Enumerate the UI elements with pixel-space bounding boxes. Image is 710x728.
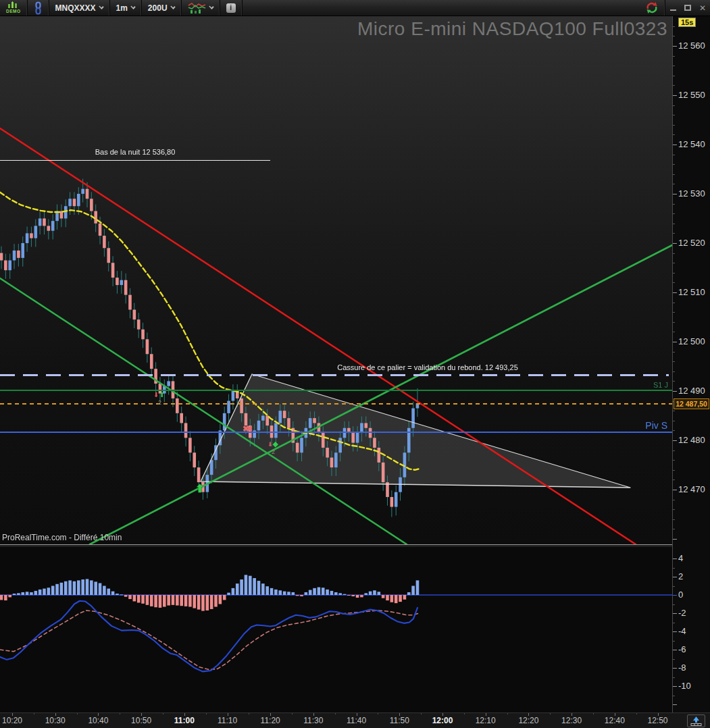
timeframe-select[interactable]: 1m [110,0,142,16]
indicator-tick-label: 4 [678,553,683,563]
price-tick [673,490,677,490]
chart-style-select[interactable] [182,0,220,16]
s1-level-line[interactable] [0,390,672,391]
close-button[interactable]: ✕ [695,0,710,16]
time-tick-label: 11:50 [390,716,409,725]
time-tick-minor [593,713,594,714]
time-tick-label: 11:40 [347,716,366,725]
demo-badge[interactable]: DEMO [0,0,28,16]
time-tick [572,713,572,716]
price-tick [673,509,675,510]
time-tick [615,713,615,716]
price-tick [673,174,675,175]
price-tick [673,253,675,254]
instrument-select[interactable]: MNQXXXX [49,0,110,16]
time-tick-label: 11:20 [261,716,280,725]
time-tick-label: 12:20 [518,716,538,725]
price-tick [673,292,677,293]
timeframe-label: 1m [116,3,128,13]
indicator-tick [673,586,675,587]
indicator-tick [673,677,675,678]
night-low-line[interactable] [0,160,270,161]
time-tick-minor [206,713,207,714]
time-tick-label: 12:00 [432,716,453,725]
indicator-tick [673,613,677,614]
panel-separator-gap[interactable] [0,545,672,547]
price-tick [673,421,675,421]
price-tick [673,46,677,47]
price-tick [673,85,675,86]
maximize-icon [684,5,691,11]
minimize-button[interactable] [665,0,680,16]
night-low-label: Bas de la nuit 12 536,80 [0,148,270,156]
time-tick-minor [507,713,508,714]
breakout-dashed-line[interactable] [0,374,669,376]
price-tick [673,322,675,323]
demo-chart-icon [7,1,20,9]
price-tick [673,371,675,372]
price-tick [673,145,677,145]
price-tick [673,391,677,392]
minimize-icon [670,9,676,11]
double-x-marker[interactable]: ✖✖ [243,425,249,433]
diamond-marker[interactable]: ⬇◆ [268,438,278,448]
time-tick [528,713,529,716]
price-tick [673,519,675,520]
time-tick-label: 12:40 [605,716,625,725]
indicator-tick [673,659,675,660]
time-tick [98,713,99,716]
indicator-tick [673,623,675,623]
price-tick [673,470,675,471]
time-tick [442,713,443,716]
chevron-down-icon [99,4,103,9]
time-tick-minor [34,713,34,714]
pivot-support-line[interactable] [0,432,672,433]
time-tick-label: 12:10 [476,716,496,725]
maximize-button[interactable] [680,0,695,16]
marker-count-label: 2 [158,399,161,406]
time-tick-minor [335,713,336,714]
price-chart-canvas[interactable] [0,17,672,544]
breakout-label: Cassure de ce palier = validation du reb… [306,363,549,371]
price-tick-label: 12 540 [678,139,705,149]
time-tick-minor [292,713,293,714]
indicator-tick [673,668,677,669]
indicator-canvas[interactable] [0,547,672,712]
indicator-tick-label: -6 [678,644,686,654]
price-tick [673,539,677,540]
price-axis[interactable]: 15s 12 487,50 12 56012 55012 54012 53012… [672,16,710,712]
time-tick-minor [120,713,120,714]
link-chain-icon[interactable] [28,0,49,16]
time-tick-label: 10:30 [45,716,66,725]
down-up-arrows-marker[interactable]: ⬇⬆ [153,388,165,399]
price-tick [673,440,677,441]
bars-count-select[interactable]: 200U [142,0,182,16]
scroll-to-latest-button[interactable] [687,714,705,727]
time-tick [399,713,400,716]
price-tick [673,164,675,165]
price-tick [673,430,675,431]
refresh-button[interactable] [639,0,665,16]
price-tick [673,312,675,313]
price-tick-label: 12 520 [678,238,705,248]
price-tick [673,479,675,480]
time-tick-label: 11:10 [218,716,237,725]
buy-arrow-marker[interactable]: ⬆ [195,484,204,494]
price-tick [673,450,675,451]
time-tick [55,713,56,716]
price-tick [673,204,675,205]
price-tick-label: 12 470 [678,484,705,494]
time-tick [12,713,13,716]
price-tick [673,194,677,194]
bars-count-label: 200U [148,3,168,13]
price-tick [673,224,675,224]
price-tick [673,500,675,500]
info-button[interactable]: i [220,0,243,16]
price-tick-label: 12 490 [678,386,705,396]
time-tick-label: 10:50 [131,716,151,725]
refresh-icon [645,1,659,14]
time-tick-label: 11:00 [174,716,195,725]
time-axis[interactable]: 10:2010:3010:4010:5011:0011:1011:2011:30… [0,712,710,728]
toolbar-spacer [243,0,639,16]
time-tick-minor [636,713,637,714]
